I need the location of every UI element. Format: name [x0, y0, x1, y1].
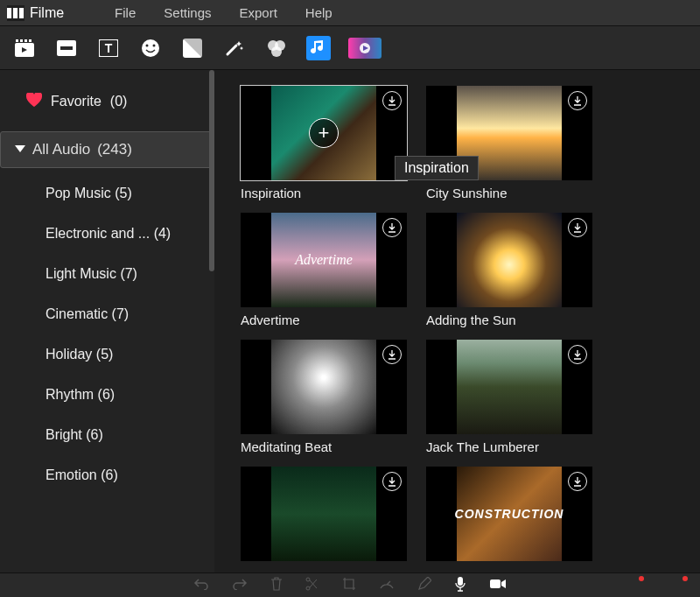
audio-thumbnail[interactable]: [426, 340, 592, 434]
favorite-count: (0): [110, 94, 128, 109]
edit-icon[interactable]: [417, 577, 431, 594]
all-audio-count: (243): [97, 141, 132, 158]
audio-card[interactable]: Adding the Sun: [426, 213, 592, 327]
download-icon[interactable]: [382, 218, 402, 237]
svg-rect-29: [490, 579, 500, 588]
svg-point-17: [153, 44, 156, 46]
svg-marker-25: [15, 145, 25, 152]
menu-export[interactable]: Export: [227, 2, 289, 24]
favorite-label: Favorite: [51, 94, 102, 109]
sidebar-category[interactable]: Holiday (5): [0, 334, 214, 375]
app-logo: Filme: [7, 5, 99, 21]
sidebar-category[interactable]: Cinematic (7): [0, 294, 214, 334]
audio-card[interactable]: Advertime Advertime: [241, 213, 407, 327]
audio-thumbnail[interactable]: [241, 467, 407, 561]
sidebar-category[interactable]: Bright (6): [0, 415, 214, 455]
all-audio-label: All Audio: [32, 141, 90, 158]
speed-icon[interactable]: [379, 578, 395, 593]
svg-rect-3: [7, 5, 24, 8]
sidebar-category[interactable]: Rhythm (6): [0, 375, 214, 415]
redo-icon[interactable]: [232, 578, 248, 593]
download-icon[interactable]: [568, 472, 587, 491]
svg-rect-28: [458, 577, 463, 586]
tooltip: Inspiration: [395, 156, 479, 180]
undo-icon[interactable]: [193, 578, 209, 593]
download-icon[interactable]: [568, 345, 587, 364]
voiceover-icon[interactable]: [454, 576, 466, 595]
svg-point-22: [271, 46, 282, 57]
toolbar: T: [0, 26, 700, 70]
sidebar: Favorite (0) All Audio (243) Pop Music (…: [0, 70, 214, 572]
titlebar: Filme File Settings Export Help: [0, 0, 700, 26]
download-icon[interactable]: [568, 218, 587, 237]
crop-icon[interactable]: [342, 577, 356, 594]
heart-icon: [26, 93, 42, 110]
audio-grid: + Inspiration City Sunshine Advertime: [214, 70, 700, 572]
audio-card-label: City Sunshine: [426, 186, 592, 200]
svg-text:T: T: [105, 41, 113, 55]
audio-tab-icon[interactable]: [306, 36, 331, 60]
audio-card[interactable]: + Inspiration: [241, 86, 407, 200]
audio-card[interactable]: Jack The Lumberer: [426, 340, 592, 454]
add-icon[interactable]: +: [309, 118, 339, 148]
audio-card[interactable]: [241, 467, 407, 561]
sidebar-category[interactable]: Electronic and ... (4): [0, 214, 214, 254]
audio-thumbnail[interactable]: [241, 340, 407, 434]
download-icon[interactable]: [382, 472, 402, 491]
audio-card-label: Meditating Beat: [241, 439, 407, 454]
menu-file[interactable]: File: [102, 2, 148, 24]
sidebar-category-all-audio[interactable]: All Audio (243): [0, 131, 214, 168]
split-icon[interactable]: [305, 577, 319, 594]
svg-point-16: [146, 44, 149, 46]
chevron-down-icon: [15, 141, 25, 158]
sidebar-favorite[interactable]: Favorite (0): [0, 86, 214, 117]
resources-tab-icon[interactable]: [348, 38, 382, 59]
audio-thumbnail[interactable]: [426, 213, 592, 307]
thumb-overlay-text: CONSTRUCTION: [455, 507, 564, 521]
thumb-overlay-text: Advertime: [295, 252, 353, 268]
delete-icon[interactable]: [270, 577, 283, 594]
app-name: Filme: [30, 5, 64, 21]
sticker-tab-icon[interactable]: [138, 36, 163, 60]
svg-point-15: [142, 39, 159, 57]
svg-rect-10: [29, 39, 32, 42]
menu-settings[interactable]: Settings: [151, 2, 223, 24]
audio-thumbnail[interactable]: CONSTRUCTION: [426, 467, 592, 561]
audio-card-label: Advertime: [241, 313, 407, 327]
notification-dot: [639, 576, 644, 581]
svg-rect-8: [20, 39, 23, 42]
audio-card-label: Jack The Lumberer: [426, 439, 592, 454]
media-tab-icon[interactable]: [12, 36, 37, 60]
svg-marker-30: [501, 579, 506, 588]
notification-dot: [682, 576, 688, 581]
transition-tab-icon[interactable]: [180, 36, 205, 60]
menu-help[interactable]: Help: [293, 2, 345, 24]
sidebar-category[interactable]: Light Music (7): [0, 254, 214, 294]
download-icon[interactable]: [382, 91, 402, 110]
logo-icon: [7, 5, 24, 21]
effects-tab-icon[interactable]: [222, 36, 247, 60]
record-icon[interactable]: [489, 578, 507, 593]
sidebar-category[interactable]: Emotion (6): [0, 455, 214, 495]
audio-thumbnail[interactable]: +: [241, 86, 407, 180]
svg-point-26: [306, 578, 310, 581]
content: Favorite (0) All Audio (243) Pop Music (…: [0, 70, 700, 572]
audio-card[interactable]: Meditating Beat: [241, 340, 407, 454]
bottombar: [0, 572, 700, 597]
audio-thumbnail[interactable]: Advertime: [241, 213, 407, 307]
svg-rect-4: [7, 18, 24, 21]
subtitle-tab-icon[interactable]: [54, 36, 79, 60]
svg-rect-7: [16, 39, 18, 42]
svg-point-27: [306, 586, 310, 590]
download-icon[interactable]: [382, 345, 402, 364]
sidebar-category[interactable]: Pop Music (5): [0, 173, 214, 214]
text-tab-icon[interactable]: T: [96, 36, 121, 60]
audio-card[interactable]: City Sunshine: [426, 86, 592, 200]
svg-rect-9: [24, 39, 27, 42]
svg-rect-12: [60, 46, 73, 50]
audio-card-label: Inspiration: [241, 186, 407, 200]
download-icon[interactable]: [568, 91, 587, 110]
audio-card[interactable]: CONSTRUCTION: [426, 467, 592, 561]
audio-card-label: Adding the Sun: [426, 313, 592, 327]
filters-tab-icon[interactable]: [264, 36, 289, 60]
